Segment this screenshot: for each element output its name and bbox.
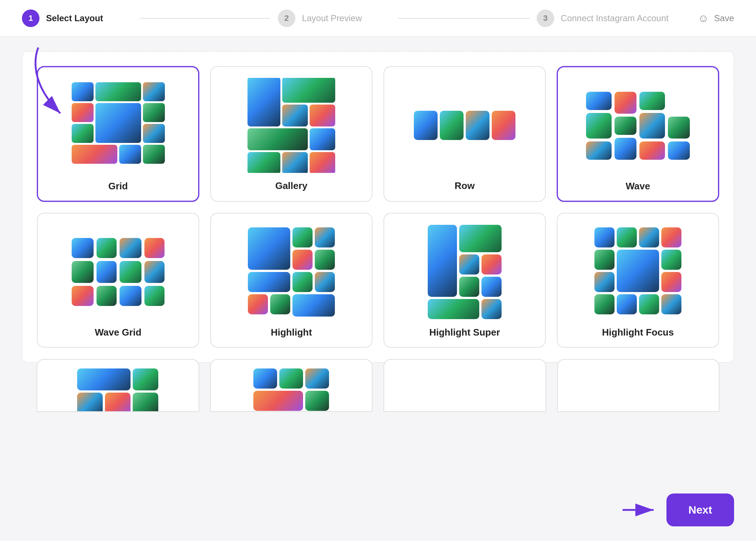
step1-circle: 1 — [22, 10, 39, 27]
layout-preview-highlight — [218, 224, 364, 319]
smiley-icon: ☺ — [698, 12, 709, 24]
layout-name-highlight-super: Highlight Super — [429, 327, 500, 338]
step-1: 1 Select Layout — [22, 10, 103, 27]
layout-preview-highlight-focus — [565, 224, 711, 319]
layout-name-wave: Wave — [626, 181, 650, 192]
layout-card-partial-3[interactable] — [383, 359, 546, 412]
layout-card-highlight-super[interactable]: Highlight Super — [383, 213, 546, 348]
step2-circle: 2 — [278, 10, 295, 27]
next-button[interactable]: Next — [666, 493, 734, 526]
layout-preview-gallery — [218, 78, 364, 173]
step-2: 2 Layout Preview — [278, 10, 362, 27]
step2-label: Layout Preview — [302, 13, 362, 23]
main-content: Grid Gallery — [0, 37, 756, 427]
layout-preview-grid — [45, 78, 191, 173]
header: 1 Select Layout 2 Layout Preview 3 Conne… — [0, 0, 756, 37]
layout-card-row[interactable]: Row — [383, 66, 546, 202]
save-label: Save — [714, 13, 734, 23]
step1-label: Select Layout — [46, 13, 103, 23]
layout-preview-highlight-super — [392, 224, 538, 319]
next-arrow-decoration — [623, 501, 659, 519]
layout-card-wave[interactable]: Wave — [557, 66, 719, 202]
step3-circle: 3 — [537, 10, 554, 27]
layout-card-highlight[interactable]: Highlight — [210, 213, 373, 348]
layout-preview-wave-grid — [45, 224, 191, 319]
layout-name-highlight: Highlight — [271, 327, 312, 338]
layout-preview-wave — [565, 78, 711, 173]
layout-card-highlight-focus[interactable]: Highlight Focus — [557, 213, 719, 348]
layout-card-wave-grid[interactable]: Wave Grid — [37, 213, 199, 348]
layout-name-wave-grid: Wave Grid — [95, 327, 141, 338]
layout-name-grid: Grid — [108, 181, 128, 192]
layout-card-grid[interactable]: Grid — [37, 66, 199, 202]
step-3: 3 Connect Instagram Account — [537, 10, 669, 27]
layout-card-gallery[interactable]: Gallery — [210, 66, 373, 202]
layout-preview-row — [392, 78, 538, 173]
stepper-line-1 — [140, 18, 271, 19]
save-area[interactable]: ☺ Save — [698, 12, 734, 24]
layout-name-highlight-focus: Highlight Focus — [602, 327, 674, 338]
step3-label: Connect Instagram Account — [561, 13, 669, 23]
layout-card-partial-1[interactable] — [37, 359, 199, 412]
layouts-grid: Grid Gallery — [22, 51, 734, 363]
layout-card-partial-2[interactable] — [210, 359, 373, 412]
stepper-line-2 — [398, 18, 529, 19]
footer: Next — [623, 493, 734, 526]
layout-name-gallery: Gallery — [275, 180, 307, 192]
layout-card-partial-4[interactable] — [557, 359, 720, 412]
layout-name-row: Row — [455, 180, 475, 192]
